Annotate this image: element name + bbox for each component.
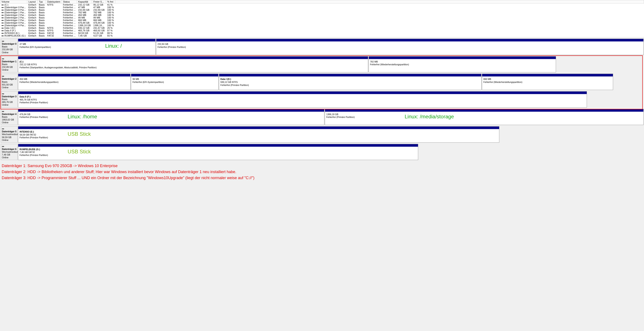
partition[interactable]: 99 MBFehlerfrei (EFI-Systempartition)	[131, 74, 218, 90]
disk-info-panel[interactable]: Datenträger 1Basis232,89 GBOnline	[1, 56, 18, 73]
partition-size: 47 MB	[20, 43, 154, 46]
column-header[interactable]: Typ	[38, 0, 46, 4]
partition[interactable]: Data I (D:)930,12 GB NTFSFehlerfrei (Pri…	[219, 74, 482, 90]
volume-row[interactable]: Data I (D:)EinfachBasisNTFSFehlerfrei ..…	[0, 27, 644, 29]
column-header[interactable]: Freier S...	[92, 0, 106, 4]
column-header[interactable]: Dateisystem	[46, 0, 62, 4]
column-header[interactable]: Volume	[0, 0, 27, 4]
volume-row[interactable]: (Datenträger 0 Par...EinfachBasisFehlerf…	[0, 9, 644, 11]
annotation-notes: Datenträger 1: Samsung Evo 970 250GB -> …	[0, 161, 644, 183]
volume-row[interactable]: (Datenträger 1 Par...EinfachBasisFehlerf…	[0, 11, 644, 14]
volume-icon	[2, 36, 4, 36]
volume-row[interactable]: (Datenträger 4 Par...EinfachBasisFehlerf…	[0, 22, 644, 24]
volume-row[interactable]: INTENSO (E:)EinfachBasisFAT32Fehlerfrei …	[0, 32, 644, 34]
partition[interactable]: 476,84 GBFehlerfrei (Primäre Partition)	[18, 109, 324, 125]
volume-name: (Datenträger 4 Par...	[4, 22, 26, 24]
partition[interactable]: 1386,18 GBFehlerfrei (Primäre Partition)	[325, 109, 644, 125]
volume-row[interactable]: RUMPELBUDE (G:)EinfachBasisFAT32Fehlerfr…	[0, 34, 644, 37]
partition-size: 1386,18 GB	[326, 113, 642, 116]
partition-color-bar	[369, 57, 556, 59]
partition-status: Fehlerfrei (Primäre Partition)	[220, 84, 480, 87]
volume-row[interactable]: (Datenträger 2 Par...EinfachBasisFehlerf…	[0, 14, 644, 16]
disk-icon	[2, 93, 4, 94]
volume-name: (Datenträger 4 Par...	[4, 24, 26, 27]
partition-size: 930,12 GB NTFS	[220, 81, 480, 84]
volume-name: (C:)	[4, 4, 8, 6]
disk-icon	[2, 111, 4, 112]
disk-info-panel[interactable]: Datenträger 4Basis1863,02 GBOnline	[1, 109, 18, 125]
partition-color-bar	[219, 74, 481, 77]
partition-size: 232,12 GB NTFS	[20, 63, 367, 66]
volume-row[interactable]: (C:)EinfachBasisNTFSFehlerfrei ...232,12…	[0, 4, 644, 6]
disk-type: Basis	[2, 116, 16, 118]
disk-info-panel[interactable]: Datenträger 6Wechselmedium7,46 GBOnline	[1, 144, 18, 160]
volume-name: (Datenträger 1 Par...	[4, 11, 26, 14]
disk-graphical-area: Datenträger 0Basis232,89 GBOnline47 MBFe…	[0, 37, 644, 161]
volume-row[interactable]: (Datenträger 0 Par...EinfachBasisFehlerf…	[0, 6, 644, 9]
volume-row[interactable]: (Datenträger 2 Par...EinfachBasisFehlerf…	[0, 19, 644, 22]
volume-row[interactable]: (Datenträger 4 Par...EinfachBasisFehlerf…	[0, 24, 644, 27]
partition-status: Fehlerfrei (Startpartition, Auslagerungs…	[20, 66, 367, 69]
partition[interactable]: Data II (F:)465,76 GB NTFSFehlerfrei (Pr…	[18, 91, 587, 108]
partition-container: 450 MBFehlerfrei (Wiederherstellungspart…	[18, 74, 643, 90]
volume-row[interactable]: Data II (F:)EinfachBasisNTFSFehlerfrei .…	[0, 29, 644, 32]
disk-row: Datenträger 6Wechselmedium7,46 GBOnlineR…	[1, 144, 643, 160]
partition[interactable]: RUMPELBUDE (G:)7,46 GB FAT32Fehlerfrei (…	[18, 144, 418, 160]
volume-row[interactable]: (Datenträger 2 Par...EinfachBasisFehlerf…	[0, 16, 644, 19]
partition-size: 7,46 GB FAT32	[20, 151, 417, 154]
partition-color-bar	[18, 39, 156, 42]
disk-state: Online	[2, 104, 16, 106]
column-header[interactable]: Layout	[27, 0, 38, 4]
volume-icon	[2, 20, 4, 21]
volume-icon	[2, 18, 4, 18]
disk-title: Datenträger 3	[2, 95, 16, 98]
partition-color-bar	[18, 109, 324, 112]
volume-name: INTENSO (E:)	[4, 32, 20, 34]
disk-info-panel[interactable]: Datenträger 2Basis931,50 GBOnline	[1, 74, 18, 90]
disk-icon	[2, 146, 4, 147]
partition[interactable]: 47 MBFehlerfrei (EFI-Systempartition)	[18, 39, 156, 55]
note-line: Datenträger 1: Samsung Evo 970 250GB -> …	[2, 163, 642, 169]
partition-size: 99 MB	[132, 78, 217, 81]
disk-info-panel[interactable]: Datenträger 0Basis232,89 GBOnline	[1, 39, 18, 55]
partition-status: Fehlerfrei (Primäre Partition)	[20, 101, 586, 104]
volume-icon	[2, 25, 4, 26]
partition-color-bar	[18, 144, 418, 147]
disk-capacity: 931,50 GB	[2, 83, 16, 86]
partition[interactable]: (C:)232,12 GB NTFSFehlerfrei (Startparti…	[18, 56, 368, 73]
partition[interactable]: 782 MBFehlerfrei (Wiederherstellungspart…	[368, 56, 556, 73]
disk-info-panel[interactable]: Datenträger 5Wechselmedium58,59 GBOnline	[1, 126, 18, 143]
partition-status: Fehlerfrei (EFI-Systempartition)	[20, 46, 154, 49]
volume-name: RUMPELBUDE (G:)	[4, 34, 26, 37]
partition-color-bar	[18, 74, 130, 77]
volume-name: (Datenträger 0 Par...	[4, 6, 26, 9]
partition-color-bar	[18, 127, 499, 129]
disk-capacity: 465,76 GB	[2, 101, 16, 104]
partition[interactable]: 860 MBFehlerfrei (Wiederherstellungspart…	[482, 74, 613, 90]
disk-title: Datenträger 5	[2, 130, 16, 133]
partition-size: 450 MB	[20, 78, 129, 81]
volume-icon	[2, 30, 4, 31]
partition-status: Fehlerfrei (Wiederherstellungspartition)	[370, 63, 555, 66]
disk-title: Datenträger 1	[2, 60, 16, 63]
disk-capacity: 7,46 GB	[2, 153, 16, 156]
partition[interactable]: 232,84 GBFehlerfrei (Primäre Partition)	[156, 39, 644, 55]
disk-info-panel[interactable]: Datenträger 3Basis465,76 GBOnline	[1, 91, 18, 108]
volume-name: (Datenträger 0 Par...	[4, 9, 26, 11]
partition[interactable]: 450 MBFehlerfrei (Wiederherstellungspart…	[18, 74, 130, 90]
partition-size: 465,76 GB NTFS	[20, 98, 586, 101]
column-header[interactable]: % frei	[106, 0, 115, 4]
volume-table[interactable]: VolumeLayoutTypDateisystemStatusKapazitä…	[0, 0, 644, 37]
disk-icon	[2, 59, 4, 59]
disk-title: Datenträger 0	[2, 43, 16, 45]
partition[interactable]: INTENSO (E:)58,59 GB FAT32Fehlerfrei (Pr…	[18, 126, 499, 143]
column-header[interactable]: Status	[62, 0, 77, 4]
partition-name: RUMPELBUDE (G:)	[20, 148, 417, 151]
column-header[interactable]: Kapazität	[77, 0, 92, 4]
volume-icon	[2, 15, 4, 16]
partition-container: RUMPELBUDE (G:)7,46 GB FAT32Fehlerfrei (…	[18, 144, 643, 160]
partition-container: (C:)232,12 GB NTFSFehlerfrei (Startparti…	[18, 56, 643, 73]
partition-container: 47 MBFehlerfrei (EFI-Systempartition)232…	[18, 39, 643, 55]
partition-status: Fehlerfrei (Primäre Partition)	[20, 116, 323, 119]
partition-color-bar	[18, 92, 587, 94]
